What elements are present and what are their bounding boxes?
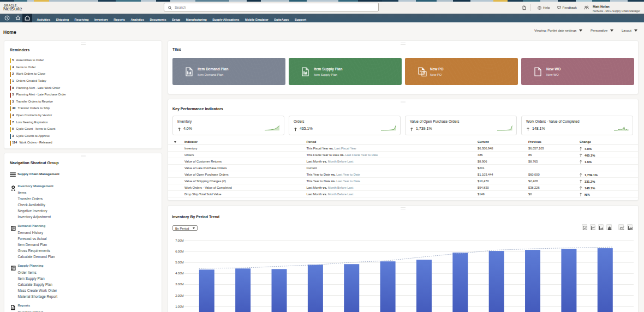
svg-text:5.00M: 5.00M (175, 261, 184, 264)
svg-text:4.00M: 4.00M (175, 272, 184, 275)
svg-text:1.00M: 1.00M (175, 305, 184, 308)
svg-text:6.00M: 6.00M (175, 250, 184, 253)
svg-text:2.00M: 2.00M (175, 294, 184, 297)
svg-text:7.00M: 7.00M (175, 239, 184, 242)
svg-text:3.00M: 3.00M (175, 283, 184, 286)
